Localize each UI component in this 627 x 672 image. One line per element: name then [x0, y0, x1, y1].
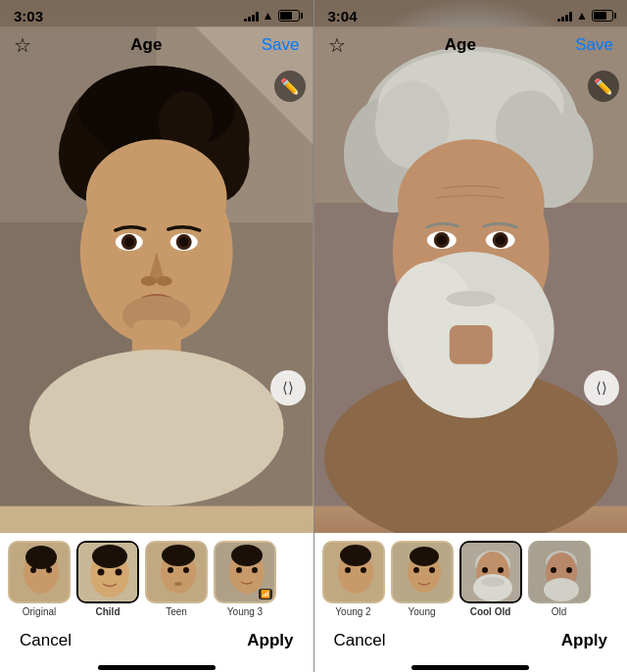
left-photo-canvas — [0, 0, 314, 533]
right-home-indicator — [314, 666, 628, 672]
svg-point-71 — [340, 545, 371, 566]
filter-label-original: Original — [23, 606, 56, 617]
filter-item-original[interactable]: Original — [8, 541, 71, 617]
filter-item-teen[interactable]: Teen — [145, 541, 208, 617]
svg-point-17 — [179, 237, 189, 247]
left-erase-button[interactable]: ✏️ — [274, 71, 306, 102]
svg-point-91 — [566, 567, 572, 573]
svg-point-18 — [141, 276, 157, 286]
svg-point-27 — [46, 567, 52, 573]
left-wifi-icon: ▲ — [263, 9, 274, 23]
filter-thumb-teen[interactable] — [145, 541, 208, 603]
filter-item-old[interactable]: Old — [528, 541, 591, 617]
left-home-bar — [98, 665, 216, 670]
left-nav-title: Age — [130, 35, 162, 55]
right-cancel-button[interactable]: Cancel — [334, 631, 386, 650]
right-time: 3:04 — [328, 8, 358, 24]
svg-point-31 — [98, 569, 105, 576]
right-photo-area: ✏️ ⟨⟩ — [314, 0, 628, 533]
filter-label-old: Old — [552, 606, 567, 617]
svg-point-43 — [252, 567, 258, 573]
svg-point-22 — [29, 350, 284, 506]
filter-item-young[interactable]: Young — [391, 541, 454, 617]
svg-point-42 — [236, 567, 242, 573]
svg-point-85 — [481, 577, 505, 587]
right-signal-icon — [557, 10, 572, 22]
left-photo-area: ✏️ ⟨⟩ — [0, 0, 314, 533]
svg-point-67 — [446, 291, 495, 307]
young-man-face — [0, 0, 314, 533]
left-swap-button[interactable]: ⟨⟩ — [270, 370, 306, 406]
right-swap-button[interactable]: ⟨⟩ — [584, 370, 619, 406]
svg-point-73 — [361, 567, 366, 573]
svg-point-57 — [436, 235, 446, 245]
left-cancel-button[interactable]: Cancel — [20, 631, 72, 650]
filter-item-coolold[interactable]: Cool Old — [459, 541, 522, 617]
svg-point-25 — [25, 546, 57, 569]
old-man-face — [314, 0, 628, 533]
right-filter-strip: Young 2 Young — [314, 533, 628, 621]
right-nav-bar: ☆ Age Save — [314, 27, 628, 63]
right-apply-button[interactable]: Apply — [561, 631, 607, 650]
right-erase-button[interactable]: ✏️ — [588, 71, 619, 102]
filter-label-young3: Young 3 — [227, 606, 263, 617]
left-status-bar: 3:03 ▲ — [0, 0, 314, 27]
svg-point-11 — [86, 139, 227, 257]
svg-point-90 — [551, 567, 556, 573]
left-nav-bar: ☆ Age Save — [0, 27, 314, 63]
right-save-button[interactable]: Save — [575, 35, 613, 55]
svg-point-41 — [231, 545, 263, 566]
right-favorite-button[interactable]: ☆ — [328, 33, 346, 57]
left-swap-icon: ⟨⟩ — [282, 379, 294, 397]
filter-thumb-coolold[interactable] — [459, 541, 522, 603]
right-swap-icon: ⟨⟩ — [596, 379, 607, 397]
left-save-button[interactable]: Save — [262, 35, 300, 55]
svg-point-84 — [498, 567, 504, 573]
left-favorite-button[interactable]: ☆ — [14, 33, 31, 57]
svg-point-72 — [345, 567, 351, 573]
filter-label-young2: Young 2 — [335, 606, 370, 617]
filter-thumb-young[interactable] — [391, 541, 454, 603]
svg-point-26 — [30, 567, 36, 573]
filter-item-child[interactable]: Child — [76, 541, 139, 617]
svg-rect-68 — [449, 325, 492, 364]
left-filter-strip: Original Child — [0, 533, 314, 621]
left-status-icons: ▲ — [244, 9, 300, 23]
right-screen: 3:04 ▲ ☆ Age Save — [314, 0, 628, 672]
right-status-icons: ▲ — [557, 9, 613, 23]
right-nav-title: Age — [445, 35, 476, 55]
svg-point-89 — [544, 578, 579, 601]
left-erase-icon: ✏️ — [280, 77, 300, 96]
filter-thumb-old[interactable] — [528, 541, 591, 603]
svg-point-78 — [429, 567, 435, 573]
svg-point-19 — [157, 276, 172, 286]
svg-point-36 — [168, 567, 173, 573]
filter-label-young: Young — [409, 606, 436, 617]
left-time: 3:03 — [14, 8, 43, 24]
right-bottom-bar: Cancel Apply — [314, 621, 628, 666]
filter-label-teen: Teen — [166, 606, 187, 617]
filter-thumb-young2[interactable] — [322, 541, 385, 603]
left-signal-icon — [244, 10, 259, 22]
left-battery-icon — [278, 10, 300, 22]
svg-point-77 — [413, 567, 419, 573]
filter-thumb-child[interactable] — [76, 541, 139, 603]
svg-point-35 — [162, 545, 195, 566]
right-status-bar: 3:04 ▲ — [314, 0, 628, 27]
right-battery-icon — [592, 10, 613, 22]
svg-point-14 — [124, 237, 134, 247]
left-apply-button[interactable]: Apply — [247, 631, 293, 650]
right-erase-icon: ✏️ — [594, 77, 613, 96]
filter-label-child: Child — [96, 606, 121, 617]
filter-item-young3[interactable]: 📶 📶 Young 3 — [214, 541, 276, 617]
filter-item-young2[interactable]: Young 2 — [322, 541, 385, 617]
svg-point-60 — [495, 235, 505, 245]
filter-thumb-original[interactable] — [8, 541, 71, 603]
filter-thumb-young3[interactable]: 📶 📶 — [214, 541, 276, 603]
filter-young3-progress: 📶 — [259, 589, 272, 600]
right-wifi-icon: ▲ — [576, 9, 588, 23]
svg-point-76 — [410, 547, 439, 566]
filter-label-coolold: Cool Old — [470, 606, 511, 617]
svg-point-83 — [482, 567, 488, 573]
svg-point-37 — [183, 567, 189, 573]
